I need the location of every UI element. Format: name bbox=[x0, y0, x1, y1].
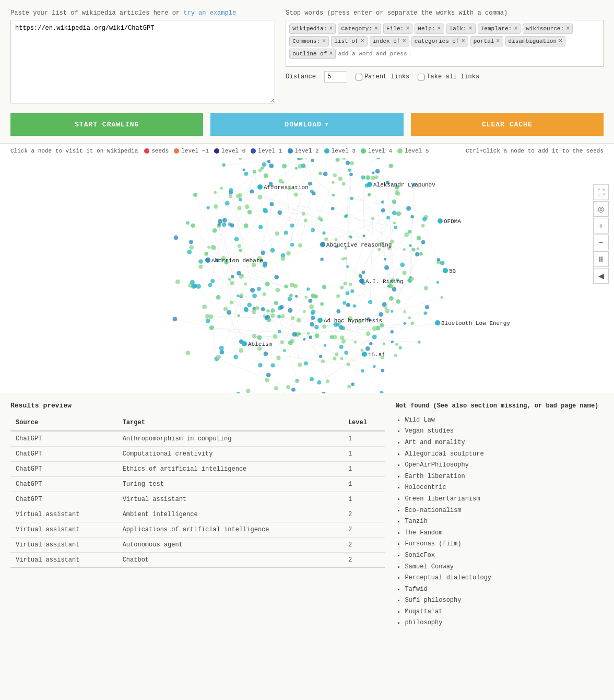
remove-tag-icon[interactable]: × bbox=[361, 38, 364, 45]
zoom-in-button[interactable]: + bbox=[593, 218, 609, 234]
remove-tag-icon[interactable]: × bbox=[437, 25, 441, 32]
legend-label: seeds bbox=[151, 148, 169, 154]
article-input[interactable]: https://en.wikipedia.org/wiki/ChatGPT bbox=[10, 20, 275, 103]
remove-tag-icon[interactable]: × bbox=[329, 25, 333, 32]
svg-point-533 bbox=[409, 244, 411, 247]
not-found-item: Perceptual dialectology bbox=[405, 573, 604, 584]
pause-button[interactable]: ⏸ bbox=[593, 251, 609, 267]
results-section: Results preview Source Target Level Chat… bbox=[0, 393, 614, 637]
svg-point-448 bbox=[290, 224, 294, 228]
svg-point-169 bbox=[424, 286, 428, 290]
not-found-item: Tanzih bbox=[405, 516, 604, 528]
svg-point-320 bbox=[237, 295, 239, 297]
svg-point-266 bbox=[340, 357, 343, 360]
svg-text:OFDMA: OFDMA bbox=[444, 218, 461, 225]
svg-point-174 bbox=[396, 299, 400, 304]
svg-point-515 bbox=[392, 287, 397, 291]
try-example-link[interactable]: try an example bbox=[183, 9, 236, 17]
clear-cache-button[interactable]: CLEAR CACHE bbox=[411, 113, 604, 136]
remove-tag-icon[interactable]: × bbox=[322, 38, 326, 45]
direction-button[interactable]: ◀ bbox=[593, 268, 609, 284]
svg-line-116 bbox=[346, 202, 383, 217]
svg-point-335 bbox=[207, 206, 210, 209]
svg-point-503 bbox=[368, 300, 372, 304]
start-crawling-button[interactable]: START CRAWLING bbox=[10, 113, 203, 136]
take-all-links-checkbox[interactable] bbox=[418, 74, 424, 80]
not-found-title: Not found (See also section missing, or … bbox=[395, 402, 604, 411]
svg-point-417 bbox=[225, 201, 230, 206]
svg-text:Aleksandr Lyapunov: Aleksandr Lyapunov bbox=[373, 182, 435, 188]
legend-label: level 0 bbox=[221, 148, 245, 154]
remove-tag-icon[interactable]: × bbox=[403, 38, 406, 45]
svg-point-221 bbox=[257, 335, 262, 340]
remove-tag-icon[interactable]: × bbox=[374, 25, 378, 32]
stop-word-tag: Category:× bbox=[338, 24, 381, 34]
svg-line-129 bbox=[344, 218, 372, 303]
svg-point-420 bbox=[343, 158, 346, 160]
svg-point-339 bbox=[280, 305, 284, 309]
not-found-item: Samuel Conway bbox=[405, 562, 604, 573]
not-found-item: Tafwid bbox=[405, 584, 604, 596]
svg-point-256 bbox=[321, 359, 325, 363]
svg-point-500 bbox=[406, 206, 411, 211]
fullscreen-button[interactable]: ⛶ bbox=[593, 184, 609, 200]
distance-input[interactable] bbox=[324, 71, 347, 83]
svg-point-181 bbox=[410, 277, 414, 281]
tags-container[interactable]: Wikipedia:×Category:×File:×Help:×Talk:×T… bbox=[286, 20, 604, 67]
svg-point-475 bbox=[278, 179, 282, 183]
not-found-item: SonicFox bbox=[405, 550, 604, 562]
svg-line-83 bbox=[227, 172, 255, 262]
svg-point-498 bbox=[402, 271, 406, 275]
remove-tag-icon[interactable]: × bbox=[566, 25, 570, 32]
cell-target: Turing test bbox=[117, 477, 343, 492]
remove-tag-icon[interactable]: × bbox=[329, 50, 333, 57]
recenter-button[interactable]: ◎ bbox=[593, 201, 609, 217]
svg-point-505 bbox=[404, 232, 409, 237]
svg-point-374 bbox=[295, 167, 298, 169]
svg-line-121 bbox=[338, 160, 426, 217]
svg-point-544 bbox=[359, 278, 364, 284]
remove-tag-icon[interactable]: × bbox=[496, 38, 500, 45]
svg-point-492 bbox=[308, 182, 312, 186]
remove-tag-icon[interactable]: × bbox=[406, 25, 409, 32]
svg-point-488 bbox=[392, 211, 397, 215]
svg-point-298 bbox=[295, 295, 298, 298]
take-all-links-label[interactable]: Take all links bbox=[418, 73, 479, 80]
remove-tag-icon[interactable]: × bbox=[469, 25, 473, 32]
svg-point-481 bbox=[415, 252, 419, 256]
svg-point-491 bbox=[344, 282, 347, 285]
graph-svg[interactable]: AfforestationAleksandr LyapunovOFDMAAbdu… bbox=[0, 158, 614, 393]
remove-tag-icon[interactable]: × bbox=[559, 38, 562, 45]
svg-point-276 bbox=[303, 338, 305, 341]
parent-links-label[interactable]: Parent links bbox=[356, 73, 409, 80]
legend-item: level 3 bbox=[324, 148, 356, 154]
table-row: Virtual assistantChatbot2 bbox=[10, 553, 385, 568]
legend-dot bbox=[174, 148, 179, 154]
cell-level: 2 bbox=[343, 553, 385, 568]
svg-point-440 bbox=[363, 235, 365, 237]
svg-point-243 bbox=[219, 346, 224, 351]
svg-point-454 bbox=[389, 164, 393, 168]
svg-point-506 bbox=[341, 258, 345, 261]
zoom-out-button[interactable]: − bbox=[593, 235, 609, 250]
remove-tag-icon[interactable]: × bbox=[514, 25, 517, 32]
svg-point-485 bbox=[323, 172, 328, 177]
svg-point-511 bbox=[384, 258, 386, 260]
svg-point-257 bbox=[261, 307, 265, 311]
svg-point-550 bbox=[435, 320, 440, 325]
parent-links-checkbox[interactable] bbox=[356, 74, 362, 80]
svg-point-340 bbox=[239, 198, 242, 202]
svg-point-425 bbox=[349, 172, 353, 176]
svg-point-402 bbox=[263, 263, 267, 267]
download-button[interactable]: DOWNLOAD ▾ bbox=[210, 113, 403, 136]
remove-tag-icon[interactable]: × bbox=[462, 38, 465, 45]
svg-line-45 bbox=[279, 317, 298, 381]
svg-point-310 bbox=[306, 287, 310, 290]
tag-input[interactable] bbox=[338, 49, 411, 59]
graph-container[interactable]: AfforestationAleksandr LyapunovOFDMAAbdu… bbox=[0, 158, 614, 393]
svg-point-322 bbox=[281, 314, 285, 318]
svg-text:Abductive reasoning: Abductive reasoning bbox=[326, 242, 392, 248]
svg-point-194 bbox=[288, 308, 292, 313]
svg-point-285 bbox=[246, 389, 250, 393]
cell-level: 1 bbox=[343, 462, 385, 477]
